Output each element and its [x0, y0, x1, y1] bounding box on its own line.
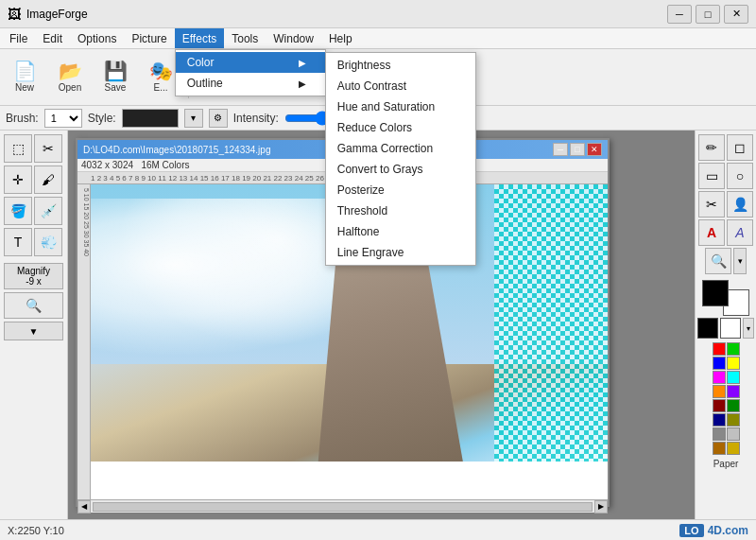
brightness-item[interactable]: Brightness — [326, 55, 475, 76]
select-free-tool[interactable]: ✂ — [34, 134, 62, 163]
close-button[interactable]: ✕ — [724, 5, 748, 24]
line-engrave-item[interactable]: Line Engrave — [326, 242, 475, 263]
tool-row-4: T 💨 — [4, 228, 63, 256]
search-tool[interactable]: 🔍 — [705, 248, 731, 274]
palette-purple[interactable] — [727, 385, 740, 398]
palette-dark-red[interactable] — [713, 399, 726, 412]
spray-tool[interactable]: 💨 — [34, 228, 62, 256]
menu-options[interactable]: Options — [70, 28, 124, 48]
text-tool[interactable]: T — [4, 228, 32, 256]
fill-tool[interactable]: 🪣 — [4, 197, 32, 225]
zoom-down-btn[interactable]: ▼ — [4, 322, 63, 340]
right-tool-row-4: A A — [698, 219, 753, 246]
image-minimize-btn[interactable]: ─ — [553, 143, 568, 156]
image-maximize-btn[interactable]: □ — [570, 143, 585, 156]
image-close-btn[interactable]: ✕ — [587, 143, 602, 156]
checkerboard-layer — [494, 184, 608, 462]
gamma-correction-item[interactable]: Gamma Correction — [326, 138, 475, 159]
select-rect-tool[interactable]: ⬚ — [4, 134, 32, 163]
halftone-item[interactable]: Halftone — [326, 221, 475, 242]
threshold-item[interactable]: Threshold — [326, 200, 475, 221]
palette-blue[interactable] — [713, 357, 726, 370]
color-submenu: Brightness Auto Contrast Hue and Saturat… — [325, 52, 476, 266]
effects-outline-item[interactable]: Outline ▶ — [176, 73, 325, 94]
title-bar: 🖼 ImageForge ─ □ ✕ — [0, 0, 756, 28]
foreground-color-box[interactable] — [702, 280, 729, 306]
effects-color-item[interactable]: Color ▶ Brightness Auto Contrast Hue and… — [176, 52, 325, 73]
style-options-btn[interactable]: ⚙ — [209, 109, 228, 128]
menu-file[interactable]: File — [2, 28, 35, 48]
menu-window[interactable]: Window — [266, 28, 321, 48]
clone-tool[interactable]: 👤 — [727, 191, 753, 218]
menu-bar: File Edit Options Picture Effects Color … — [0, 28, 756, 49]
menu-help[interactable]: Help — [321, 28, 360, 48]
palette-gray[interactable] — [713, 427, 726, 441]
color-palette — [713, 342, 740, 455]
image-window-controls: ─ □ ✕ — [553, 143, 602, 156]
tool-dropdown[interactable]: ▾ — [733, 248, 747, 274]
style-label: Style: — [88, 112, 116, 125]
tool-row-2: ✛ 🖌 — [4, 165, 63, 194]
right-tool-row-3: ✂ 👤 — [698, 191, 753, 218]
brush-label: Brush: — [6, 112, 39, 125]
palette-silver[interactable] — [727, 427, 740, 441]
auto-contrast-item[interactable]: Auto Contrast — [326, 76, 475, 96]
palette-red[interactable] — [713, 342, 726, 356]
new-icon: 📄 — [13, 61, 37, 80]
white-swatch[interactable] — [720, 318, 741, 339]
status-bar: X:2250 Y:10 LO 4D.com — [0, 519, 756, 540]
new-button[interactable]: 📄 New — [4, 53, 45, 102]
convert-grays-item[interactable]: Convert to Grays — [326, 159, 475, 180]
paper-label: Paper — [713, 459, 739, 469]
color-dropdown-btn[interactable]: ▾ — [743, 318, 754, 339]
brand-logo: LO — [679, 524, 703, 537]
crop-tool[interactable]: ✂ — [698, 191, 725, 218]
paint-tool[interactable]: 🖌 — [34, 165, 62, 194]
move-tool[interactable]: ✛ — [4, 165, 32, 194]
palette-magenta[interactable] — [713, 371, 726, 384]
text-style-tool[interactable]: A — [727, 219, 753, 246]
minimize-button[interactable]: ─ — [667, 5, 692, 24]
palette-orange[interactable] — [713, 385, 726, 398]
palette-gold[interactable] — [727, 442, 740, 455]
app-icon: 🖼 — [8, 7, 21, 22]
menu-effects[interactable]: Effects Color ▶ Brightness Auto Contrast… — [175, 28, 224, 48]
save-button[interactable]: 💾 Save — [94, 53, 136, 102]
eyedrop-tool[interactable]: 💉 — [34, 197, 62, 225]
palette-dark-green[interactable] — [727, 399, 740, 412]
maximize-button[interactable]: □ — [696, 5, 720, 24]
palette-green[interactable] — [727, 342, 740, 356]
reduce-colors-item[interactable]: Reduce Colors — [326, 117, 475, 138]
status-brand: LO 4D.com — [679, 524, 748, 537]
menu-tools[interactable]: Tools — [224, 28, 266, 48]
text-add-tool[interactable]: A — [698, 219, 725, 246]
open-button[interactable]: 📂 Open — [49, 53, 91, 102]
right-tool-panel: ✏ ◻ ▭ ○ ✂ 👤 A A 🔍 ▾ — [695, 131, 756, 519]
effects-dropdown: Color ▶ Brightness Auto Contrast Hue and… — [175, 49, 326, 96]
menu-edit[interactable]: Edit — [35, 28, 70, 48]
ellipse-tool[interactable]: ○ — [727, 163, 753, 189]
menu-picture[interactable]: Picture — [124, 28, 174, 48]
palette-dark-blue[interactable] — [713, 413, 726, 427]
h-scrollbar[interactable]: ◀ ▶ — [77, 499, 608, 513]
rect-shape-tool[interactable]: ▭ — [698, 163, 725, 189]
eraser-tool[interactable]: ◻ — [727, 134, 753, 161]
style-color-box[interactable] — [122, 109, 179, 128]
palette-cyan[interactable] — [727, 371, 740, 384]
right-tool-row-2: ▭ ○ — [698, 163, 753, 189]
pencil-tool[interactable]: ✏ — [698, 134, 725, 161]
style-dropdown-btn[interactable]: ▾ — [184, 109, 203, 128]
effects-toolbar-icon: 🎭 — [149, 61, 173, 80]
brush-select[interactable]: 123 — [44, 109, 82, 128]
h-scroll-thumb[interactable] — [93, 502, 593, 512]
hue-saturation-item[interactable]: Hue and Saturation — [326, 96, 475, 117]
right-tool-row-1: ✏ ◻ — [698, 134, 753, 161]
posterize-item[interactable]: Posterize — [326, 180, 475, 200]
zoom-tool[interactable]: 🔍 — [4, 292, 63, 319]
outline-submenu-arrow: ▶ — [299, 78, 306, 89]
palette-olive[interactable] — [727, 413, 740, 427]
palette-brown[interactable] — [713, 442, 726, 455]
palette-yellow[interactable] — [727, 357, 740, 370]
image-title: D:\LO4D.com\Images\20180715_124334.jpg — [83, 145, 270, 155]
black-swatch[interactable] — [697, 318, 718, 339]
